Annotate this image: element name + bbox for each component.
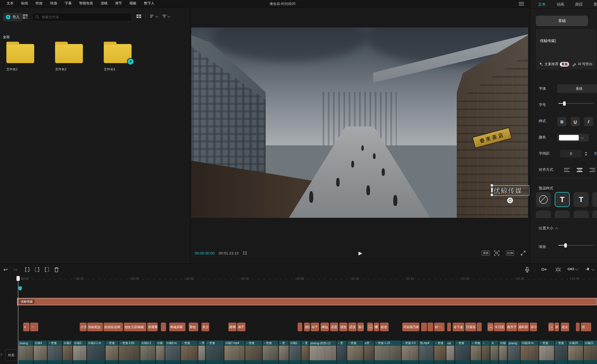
subtitle-clip-12[interactable]: 师傅	[228, 323, 236, 331]
subtitle-clip-22[interactable]: Aa	[367, 323, 373, 331]
preset-style-row2-2[interactable]: T	[555, 211, 570, 218]
select-tool-button[interactable]	[585, 267, 594, 272]
undo-button[interactable]: ↩	[3, 267, 8, 273]
subtitle-clip-34[interactable]: 今日是	[494, 323, 505, 331]
menu-tab-6[interactable]: 智能包装	[75, 0, 97, 7]
preset-style-2[interactable]: T	[555, 192, 570, 207]
video-clip-7[interactable]: ◔变速	[105, 341, 118, 363]
folder-item-1[interactable]: 文件夹1	[6, 41, 47, 72]
subtitle-clip-39[interactable]: 求	[554, 323, 559, 331]
inspector-tab-4[interactable]: 朗读	[594, 2, 597, 7]
inspector-tab-1[interactable]: 文本	[538, 2, 546, 7]
ai-write-label[interactable]: AI 写旁白	[578, 62, 593, 67]
style-i-button[interactable]: I	[584, 117, 593, 126]
subtitle-clip-11[interactable]: 多少	[201, 323, 209, 331]
video-clip-10[interactable]: 分镜	[156, 341, 165, 363]
rotate-icon[interactable]	[507, 197, 513, 203]
video-clip-36[interactable]: 分镜18.m	[520, 341, 538, 363]
all-filter-label[interactable]: 全部	[3, 35, 10, 40]
text-track-clip[interactable]: 优鲸传媒	[17, 298, 596, 305]
menu-tab-7[interactable]: 滤镜	[97, 0, 111, 7]
timeline-ruler[interactable]	[18, 279, 597, 280]
cover-button[interactable]: 封面	[5, 349, 17, 361]
subtitle-clip-29[interactable]	[447, 323, 451, 331]
subtitle-clip-38[interactable]: Aa	[548, 323, 554, 331]
preset-style-row2-4[interactable]: T	[592, 211, 597, 218]
subtitle-clip-4[interactable]: 你命犯生	[87, 323, 103, 331]
playhead-line[interactable]	[18, 276, 18, 364]
search-input[interactable]	[41, 15, 129, 19]
subtitle-clip-5[interactable]: 此劫应在奉	[103, 323, 123, 331]
subtitle-clip-16[interactable]: 令千	[311, 323, 319, 331]
redo-button[interactable]: ↪	[13, 267, 17, 273]
folder-item-2[interactable]: 文件夹2	[55, 41, 96, 72]
video-clip-11[interactable]: 分镜5.m	[165, 341, 180, 363]
video-clip-15[interactable]: 分镜7.mp4	[224, 341, 245, 363]
video-clip-31[interactable]: ☆特效	[471, 341, 481, 363]
fullscreen-icon[interactable]	[520, 250, 526, 256]
subtitle-clip-30[interactable]: 令千金	[453, 323, 464, 331]
subtitle-clip-33[interactable]: Aa	[487, 323, 493, 331]
subtitle-clip-13[interactable]: 弟子	[237, 323, 245, 331]
video-clip-35[interactable]: jimeng	[508, 341, 520, 363]
subtitle-clip-17[interactable]: 神仙	[321, 323, 329, 331]
menu-tab-4[interactable]: 转场	[46, 0, 61, 7]
font-select[interactable]: 系统	[557, 84, 597, 93]
import-button[interactable]: + 导入	[3, 13, 22, 21]
subtitle-clip-14[interactable]	[298, 323, 302, 331]
tab-basic[interactable]: 基础	[536, 16, 588, 26]
style-u-button[interactable]: U	[571, 117, 580, 126]
subtitle-clip-36[interactable]: 届时邪	[518, 323, 529, 331]
preset-style-1[interactable]	[536, 192, 551, 207]
delete-button[interactable]	[54, 267, 59, 272]
folder-item-3[interactable]: +文件夹3	[104, 41, 144, 72]
overlay-handle-left[interactable]	[491, 188, 493, 192]
video-clip-40[interactable]: 分镜21	[584, 341, 597, 363]
split-left-button[interactable]	[34, 267, 40, 272]
menu-tab-9[interactable]: 模板	[126, 0, 140, 7]
subtitle-clip-19[interactable]: 现在	[339, 323, 347, 331]
preset-style-4[interactable]: T	[592, 192, 597, 207]
video-clip-23[interactable]: ◔变速	[347, 341, 363, 363]
subtitle-clip-9[interactable]: 奉城苏家	[169, 323, 185, 331]
subtitle-clip-24[interactable]: 敢在	[380, 323, 389, 331]
color-picker[interactable]	[557, 134, 589, 142]
menu-tab-2[interactable]: 贴纸	[17, 0, 32, 7]
subtitle-clip-15[interactable]: 恕我	[304, 323, 310, 331]
search-input-wrap[interactable]	[32, 13, 132, 21]
scale-slider[interactable]	[558, 243, 594, 247]
video-clip-16[interactable]: ◔变速	[245, 341, 262, 363]
subtitle-clip-25[interactable]: 可知我乃奉	[402, 323, 419, 331]
video-clip-12[interactable]: ◔变速	[181, 341, 198, 363]
overlay-handle-top-left[interactable]	[491, 184, 493, 186]
subtitle-clip-41[interactable]	[576, 323, 580, 331]
video-clip-6[interactable]: 分镜3-1.m	[87, 341, 105, 363]
record-mic-button[interactable]	[525, 267, 530, 273]
overlay-selection-box[interactable]	[492, 185, 529, 195]
video-clip-5[interactable]: 分镜2-	[73, 341, 86, 363]
video-clip-17[interactable]: ◔变速	[263, 341, 278, 363]
menu-tab-3[interactable]: 特效	[32, 0, 46, 7]
video-clip-25[interactable]: ◔变速 1.2X	[374, 341, 401, 363]
spacing-value[interactable]: 0	[560, 150, 582, 158]
split-button[interactable]	[24, 267, 30, 272]
video-clip-24[interactable]: a变	[364, 341, 374, 363]
video-clip-8[interactable]: ◔变速 0.8X	[119, 341, 140, 363]
video-clip-9[interactable]: 分镜3-2	[140, 341, 155, 363]
step-down-icon[interactable]	[585, 154, 587, 156]
video-clip-38[interactable]: ◔变速	[555, 341, 567, 363]
import-grid-icon[interactable]	[23, 14, 28, 19]
subtitle-clip-6[interactable]: 他女儿苏倾城	[124, 323, 146, 331]
preset-style-row2-1[interactable]: T	[536, 211, 551, 218]
subtitle-clip-21[interactable]: 苏小	[357, 323, 364, 331]
subtitle-clip-23[interactable]: 哪	[374, 323, 379, 331]
subtitle-clip-18[interactable]: 还是	[330, 323, 338, 331]
preset-style-row2-3[interactable]: T	[574, 211, 589, 218]
video-clip-32[interactable]: ☆	[482, 341, 490, 363]
inspector-tab-3[interactable]: 跟踪	[575, 2, 583, 7]
step-up-icon[interactable]	[585, 152, 587, 153]
subtitle-clip-8[interactable]	[161, 323, 166, 331]
style-b-button[interactable]: B	[557, 117, 567, 126]
subtitle-clip-27[interactable]	[427, 323, 433, 331]
video-clip-3[interactable]: ◔变速	[48, 341, 62, 363]
